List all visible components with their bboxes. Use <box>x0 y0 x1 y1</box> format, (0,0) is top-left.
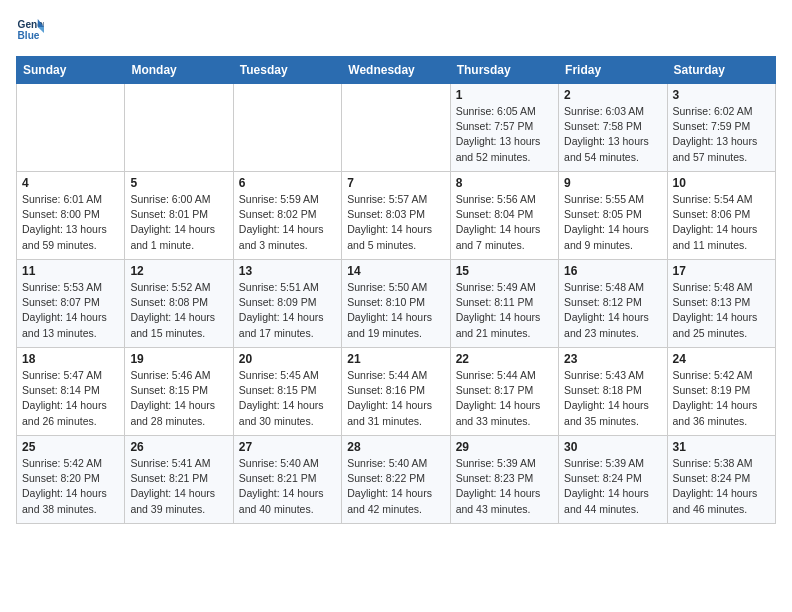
day-number: 20 <box>239 352 336 366</box>
day-info: Sunrise: 5:41 AM Sunset: 8:21 PM Dayligh… <box>130 456 227 517</box>
day-number: 3 <box>673 88 770 102</box>
calendar-cell: 31Sunrise: 5:38 AM Sunset: 8:24 PM Dayli… <box>667 436 775 524</box>
day-info: Sunrise: 5:59 AM Sunset: 8:02 PM Dayligh… <box>239 192 336 253</box>
calendar-cell: 22Sunrise: 5:44 AM Sunset: 8:17 PM Dayli… <box>450 348 558 436</box>
day-number: 6 <box>239 176 336 190</box>
day-number: 28 <box>347 440 444 454</box>
day-info: Sunrise: 5:47 AM Sunset: 8:14 PM Dayligh… <box>22 368 119 429</box>
calendar-cell: 25Sunrise: 5:42 AM Sunset: 8:20 PM Dayli… <box>17 436 125 524</box>
week-row-2: 4Sunrise: 6:01 AM Sunset: 8:00 PM Daylig… <box>17 172 776 260</box>
calendar-cell: 10Sunrise: 5:54 AM Sunset: 8:06 PM Dayli… <box>667 172 775 260</box>
day-number: 18 <box>22 352 119 366</box>
calendar-cell: 5Sunrise: 6:00 AM Sunset: 8:01 PM Daylig… <box>125 172 233 260</box>
calendar-cell: 3Sunrise: 6:02 AM Sunset: 7:59 PM Daylig… <box>667 84 775 172</box>
calendar-cell: 28Sunrise: 5:40 AM Sunset: 8:22 PM Dayli… <box>342 436 450 524</box>
calendar-table: SundayMondayTuesdayWednesdayThursdayFrid… <box>16 56 776 524</box>
calendar-cell: 20Sunrise: 5:45 AM Sunset: 8:15 PM Dayli… <box>233 348 341 436</box>
day-info: Sunrise: 5:39 AM Sunset: 8:24 PM Dayligh… <box>564 456 661 517</box>
day-info: Sunrise: 5:54 AM Sunset: 8:06 PM Dayligh… <box>673 192 770 253</box>
calendar-cell: 9Sunrise: 5:55 AM Sunset: 8:05 PM Daylig… <box>559 172 667 260</box>
day-info: Sunrise: 5:53 AM Sunset: 8:07 PM Dayligh… <box>22 280 119 341</box>
calendar-cell <box>342 84 450 172</box>
calendar-cell: 29Sunrise: 5:39 AM Sunset: 8:23 PM Dayli… <box>450 436 558 524</box>
svg-text:Blue: Blue <box>18 30 40 41</box>
calendar-cell: 2Sunrise: 6:03 AM Sunset: 7:58 PM Daylig… <box>559 84 667 172</box>
col-header-wednesday: Wednesday <box>342 57 450 84</box>
day-info: Sunrise: 5:39 AM Sunset: 8:23 PM Dayligh… <box>456 456 553 517</box>
day-info: Sunrise: 5:38 AM Sunset: 8:24 PM Dayligh… <box>673 456 770 517</box>
day-number: 22 <box>456 352 553 366</box>
calendar-cell: 6Sunrise: 5:59 AM Sunset: 8:02 PM Daylig… <box>233 172 341 260</box>
week-row-1: 1Sunrise: 6:05 AM Sunset: 7:57 PM Daylig… <box>17 84 776 172</box>
day-number: 31 <box>673 440 770 454</box>
day-info: Sunrise: 5:57 AM Sunset: 8:03 PM Dayligh… <box>347 192 444 253</box>
col-header-monday: Monday <box>125 57 233 84</box>
day-number: 26 <box>130 440 227 454</box>
calendar-cell: 4Sunrise: 6:01 AM Sunset: 8:00 PM Daylig… <box>17 172 125 260</box>
day-number: 4 <box>22 176 119 190</box>
day-info: Sunrise: 5:40 AM Sunset: 8:21 PM Dayligh… <box>239 456 336 517</box>
day-number: 25 <box>22 440 119 454</box>
day-number: 16 <box>564 264 661 278</box>
calendar-cell: 18Sunrise: 5:47 AM Sunset: 8:14 PM Dayli… <box>17 348 125 436</box>
day-info: Sunrise: 5:55 AM Sunset: 8:05 PM Dayligh… <box>564 192 661 253</box>
day-number: 7 <box>347 176 444 190</box>
day-number: 5 <box>130 176 227 190</box>
col-header-friday: Friday <box>559 57 667 84</box>
day-number: 27 <box>239 440 336 454</box>
col-header-sunday: Sunday <box>17 57 125 84</box>
day-info: Sunrise: 5:48 AM Sunset: 8:13 PM Dayligh… <box>673 280 770 341</box>
day-number: 15 <box>456 264 553 278</box>
day-info: Sunrise: 6:02 AM Sunset: 7:59 PM Dayligh… <box>673 104 770 165</box>
day-info: Sunrise: 5:42 AM Sunset: 8:19 PM Dayligh… <box>673 368 770 429</box>
day-info: Sunrise: 6:05 AM Sunset: 7:57 PM Dayligh… <box>456 104 553 165</box>
day-info: Sunrise: 5:49 AM Sunset: 8:11 PM Dayligh… <box>456 280 553 341</box>
day-info: Sunrise: 5:45 AM Sunset: 8:15 PM Dayligh… <box>239 368 336 429</box>
day-number: 11 <box>22 264 119 278</box>
day-info: Sunrise: 5:56 AM Sunset: 8:04 PM Dayligh… <box>456 192 553 253</box>
calendar-cell: 15Sunrise: 5:49 AM Sunset: 8:11 PM Dayli… <box>450 260 558 348</box>
day-number: 9 <box>564 176 661 190</box>
calendar-cell: 23Sunrise: 5:43 AM Sunset: 8:18 PM Dayli… <box>559 348 667 436</box>
col-header-tuesday: Tuesday <box>233 57 341 84</box>
calendar-cell: 13Sunrise: 5:51 AM Sunset: 8:09 PM Dayli… <box>233 260 341 348</box>
calendar-cell: 8Sunrise: 5:56 AM Sunset: 8:04 PM Daylig… <box>450 172 558 260</box>
week-row-4: 18Sunrise: 5:47 AM Sunset: 8:14 PM Dayli… <box>17 348 776 436</box>
calendar-cell: 1Sunrise: 6:05 AM Sunset: 7:57 PM Daylig… <box>450 84 558 172</box>
day-info: Sunrise: 6:00 AM Sunset: 8:01 PM Dayligh… <box>130 192 227 253</box>
day-info: Sunrise: 5:46 AM Sunset: 8:15 PM Dayligh… <box>130 368 227 429</box>
day-info: Sunrise: 5:40 AM Sunset: 8:22 PM Dayligh… <box>347 456 444 517</box>
day-number: 24 <box>673 352 770 366</box>
day-number: 29 <box>456 440 553 454</box>
day-info: Sunrise: 5:44 AM Sunset: 8:17 PM Dayligh… <box>456 368 553 429</box>
calendar-cell <box>17 84 125 172</box>
day-number: 14 <box>347 264 444 278</box>
day-number: 17 <box>673 264 770 278</box>
day-info: Sunrise: 6:03 AM Sunset: 7:58 PM Dayligh… <box>564 104 661 165</box>
col-header-thursday: Thursday <box>450 57 558 84</box>
calendar-cell: 30Sunrise: 5:39 AM Sunset: 8:24 PM Dayli… <box>559 436 667 524</box>
day-info: Sunrise: 5:48 AM Sunset: 8:12 PM Dayligh… <box>564 280 661 341</box>
calendar-cell: 21Sunrise: 5:44 AM Sunset: 8:16 PM Dayli… <box>342 348 450 436</box>
calendar-cell: 7Sunrise: 5:57 AM Sunset: 8:03 PM Daylig… <box>342 172 450 260</box>
page-header: General Blue <box>16 16 776 44</box>
day-number: 12 <box>130 264 227 278</box>
day-info: Sunrise: 5:51 AM Sunset: 8:09 PM Dayligh… <box>239 280 336 341</box>
calendar-cell: 24Sunrise: 5:42 AM Sunset: 8:19 PM Dayli… <box>667 348 775 436</box>
calendar-cell: 14Sunrise: 5:50 AM Sunset: 8:10 PM Dayli… <box>342 260 450 348</box>
day-info: Sunrise: 5:43 AM Sunset: 8:18 PM Dayligh… <box>564 368 661 429</box>
week-row-3: 11Sunrise: 5:53 AM Sunset: 8:07 PM Dayli… <box>17 260 776 348</box>
logo: General Blue <box>16 16 44 44</box>
logo-icon: General Blue <box>16 16 44 44</box>
day-number: 1 <box>456 88 553 102</box>
day-number: 21 <box>347 352 444 366</box>
calendar-cell <box>125 84 233 172</box>
day-info: Sunrise: 6:01 AM Sunset: 8:00 PM Dayligh… <box>22 192 119 253</box>
day-info: Sunrise: 5:52 AM Sunset: 8:08 PM Dayligh… <box>130 280 227 341</box>
day-number: 8 <box>456 176 553 190</box>
day-number: 19 <box>130 352 227 366</box>
day-info: Sunrise: 5:42 AM Sunset: 8:20 PM Dayligh… <box>22 456 119 517</box>
calendar-cell: 19Sunrise: 5:46 AM Sunset: 8:15 PM Dayli… <box>125 348 233 436</box>
calendar-cell: 12Sunrise: 5:52 AM Sunset: 8:08 PM Dayli… <box>125 260 233 348</box>
day-number: 2 <box>564 88 661 102</box>
